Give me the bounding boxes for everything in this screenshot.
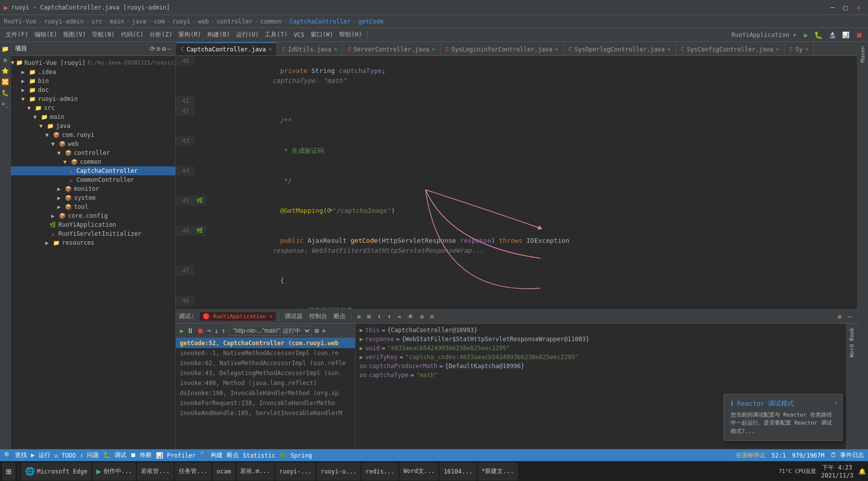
breadcrumb-method[interactable]: getCode bbox=[359, 18, 384, 25]
analyze-menu[interactable]: 分析(Z) bbox=[147, 29, 175, 40]
breadcrumb-item-1[interactable]: ruoyi-admin bbox=[44, 18, 83, 25]
expand-response-arrow[interactable]: ▶ bbox=[360, 336, 363, 343]
position-status[interactable]: 52:1 bbox=[772, 452, 786, 459]
structure-icon[interactable]: ⊞ bbox=[0, 55, 10, 65]
git-icon[interactable]: 🔀 bbox=[0, 77, 10, 87]
spring-status[interactable]: 🌿 Spring bbox=[279, 452, 312, 459]
maximize-button[interactable]: □ bbox=[840, 2, 851, 13]
breadcrumb-item-5[interactable]: com bbox=[154, 18, 165, 25]
breadcrumb-item-2[interactable]: src bbox=[91, 18, 102, 25]
favorites-icon[interactable]: ⭐ bbox=[0, 66, 10, 76]
frame-item-7[interactable]: invokeAndHandle:105, ServletInvocableHan… bbox=[176, 408, 355, 418]
ruoyi-run-button[interactable]: ruoyi-... bbox=[275, 463, 316, 481]
ruoyi-u-button[interactable]: ruoyi-u... bbox=[317, 463, 361, 481]
tab-idutils[interactable]: C IdUtils.java ✕ bbox=[277, 42, 343, 55]
tree-item-system[interactable]: ▶ 📦 system bbox=[11, 193, 175, 202]
terminal-icon[interactable]: >_ bbox=[0, 99, 10, 109]
statistic-status[interactable]: Statistic bbox=[243, 452, 275, 459]
tab-sy[interactable]: C Sy ✕ bbox=[785, 42, 814, 55]
stop-debug-button[interactable]: ⏹ bbox=[197, 327, 204, 335]
tree-item-java[interactable]: ▼ 📁 java bbox=[11, 121, 175, 130]
step-up-btn[interactable]: ⬆ bbox=[385, 312, 394, 321]
profile-button[interactable]: 📊 bbox=[840, 30, 852, 39]
tree-item-doc[interactable]: ▶ 📁 doc bbox=[11, 85, 175, 94]
run-button[interactable]: ▶ bbox=[802, 30, 811, 40]
breadcrumb-item-7[interactable]: web bbox=[198, 18, 209, 25]
add-frame-btn[interactable]: + bbox=[322, 327, 326, 335]
expand-cpm-arrow[interactable]: oo bbox=[360, 363, 367, 370]
code-editor[interactable]: 40 private String captchaType; captchaTy… bbox=[176, 56, 857, 309]
maven-label[interactable]: Maven bbox=[858, 42, 868, 66]
app-selector[interactable]: RuoYiApplication ▾ bbox=[728, 31, 801, 38]
tools-menu[interactable]: 工具(T) bbox=[262, 29, 290, 40]
navigate-menu[interactable]: 导航(N) bbox=[89, 29, 117, 40]
debug-status[interactable]: 🐛 调试 bbox=[103, 451, 126, 460]
ocam-button[interactable]: ocam bbox=[213, 463, 235, 481]
reactor-close-button[interactable]: › bbox=[834, 398, 839, 408]
tree-item-captchacontroller[interactable]: ☕ CaptchaController bbox=[11, 166, 175, 175]
frame-item-2[interactable]: invoke:62, NativeMethodAccessorImpl (sun… bbox=[176, 358, 355, 368]
tab-close-sysoperlog[interactable]: ✕ bbox=[667, 46, 671, 52]
var-uuid[interactable]: ▶ uuid = "4833aeacb5424993b6238e825eec22… bbox=[356, 344, 846, 353]
debug-settings-icon[interactable]: ⚙ bbox=[836, 312, 844, 321]
settings-icon[interactable]: ⚙ bbox=[162, 45, 166, 52]
16104-button[interactable]: 16104... bbox=[439, 463, 476, 481]
tab-sysoperlog[interactable]: C SysOperlogController.java ✕ bbox=[564, 42, 676, 55]
help-menu[interactable]: 帮助(H) bbox=[337, 29, 365, 40]
collapse-all-icon[interactable]: ≡ bbox=[157, 45, 161, 52]
problems-status[interactable]: ⚠ 问题 bbox=[80, 451, 99, 460]
vcs-menu[interactable]: VCS bbox=[291, 30, 307, 39]
task-manager-button[interactable]: 任务管... bbox=[175, 463, 212, 481]
var-this[interactable]: ▶ this = {CaptchaController@10993} bbox=[356, 326, 846, 335]
run-menu[interactable]: 运行(U) bbox=[234, 29, 262, 40]
file-menu[interactable]: 文件(F) bbox=[3, 29, 31, 40]
frame-item-5[interactable]: doInvoke:190, InvocableHandlerMethod (or… bbox=[176, 388, 355, 398]
tree-item-web[interactable]: ▼ 📦 web bbox=[11, 139, 175, 148]
settings-btn2[interactable]: ⚙ bbox=[418, 312, 426, 321]
expand-uuid-arrow[interactable]: ▶ bbox=[360, 345, 363, 352]
tree-item-common[interactable]: ▼ 📦 common bbox=[11, 157, 175, 166]
tab-close-server[interactable]: ✕ bbox=[432, 46, 435, 52]
debug-button[interactable]: 🐛 bbox=[812, 30, 825, 40]
tab-close-syslogin[interactable]: ✕ bbox=[555, 46, 558, 52]
breadcrumb-item-10[interactable]: CaptchaController bbox=[289, 18, 351, 25]
show-frames-btn[interactable]: ⊞ bbox=[365, 312, 373, 321]
thread-selector[interactable]: "http-nio-..."main": 运行中 bbox=[229, 326, 312, 336]
filter-threads-btn[interactable]: ⊞ bbox=[315, 327, 319, 335]
new-doc-button[interactable]: *新建文... bbox=[477, 463, 518, 481]
stop-button[interactable]: ⏹ bbox=[853, 30, 865, 40]
tab-close-sy[interactable]: ✕ bbox=[805, 46, 809, 52]
tab-sysconfig[interactable]: C SysConfigController.java ✕ bbox=[676, 42, 785, 55]
tab-close-id[interactable]: ✕ bbox=[334, 46, 338, 52]
pause-button[interactable]: ⏸ bbox=[187, 327, 194, 335]
project-icon[interactable]: 📁 bbox=[0, 44, 10, 54]
debug-app-label[interactable]: 🔴 RuoYiApplication × bbox=[200, 312, 276, 321]
var-captchaproducermath[interactable]: oo captchaProducerMath = {DefaultKaptcha… bbox=[356, 362, 846, 371]
frame-item-3[interactable]: invoke:43, DelegatingMethodAccessorImpl … bbox=[176, 368, 355, 378]
coverage-button[interactable]: 🔬 bbox=[826, 30, 839, 39]
tree-item-ruoyi-admin[interactable]: ▼ 📁 ruoyi-admin bbox=[11, 94, 175, 103]
tree-item-controller[interactable]: ▼ 📦 controller bbox=[11, 148, 175, 157]
tree-item-comruoyi[interactable]: ▼ 📦 com.ruoyi bbox=[11, 130, 175, 139]
evaluate-btn[interactable]: ≈ bbox=[395, 312, 404, 321]
layout-btn[interactable]: ⊟ bbox=[428, 312, 436, 321]
edit-menu[interactable]: 编辑(E) bbox=[32, 29, 60, 40]
windows-start-button[interactable]: ⊞ bbox=[2, 463, 15, 481]
find-status[interactable]: 🔍 查找 bbox=[4, 451, 27, 460]
step-filters-btn[interactable]: ≡ bbox=[355, 312, 363, 321]
console-tab[interactable]: 控制台 bbox=[307, 311, 330, 322]
frame-item-0[interactable]: getCode:52, CaptchaController (com.ruoyi… bbox=[176, 338, 355, 348]
tab-captchacontroller[interactable]: C CaptchaController.java ✕ bbox=[176, 42, 277, 55]
breadcrumb-item-9[interactable]: common bbox=[260, 18, 282, 25]
view-menu[interactable]: 视图(V) bbox=[60, 29, 88, 40]
tree-item-main[interactable]: ▼ 📁 main bbox=[11, 112, 175, 121]
run-status[interactable]: ▶ 运行 bbox=[31, 451, 50, 460]
profiler-status[interactable]: 📊 Profiler bbox=[156, 452, 196, 459]
frame-item-4[interactable]: invoke:498, Method (java.lang.reflect) bbox=[176, 378, 355, 388]
tree-item-ruoyiapplication[interactable]: 🌿 RuoYiApplication bbox=[11, 220, 175, 229]
redis-button[interactable]: redis... bbox=[362, 463, 399, 481]
breadcrumb-item-3[interactable]: main bbox=[110, 18, 124, 25]
tree-item-commoncontroller[interactable]: ☕ CommonController bbox=[11, 175, 175, 184]
ruoyi-m-button[interactable]: 若依.m... bbox=[236, 463, 274, 481]
step-down-btn[interactable]: ⬇ bbox=[375, 312, 384, 321]
